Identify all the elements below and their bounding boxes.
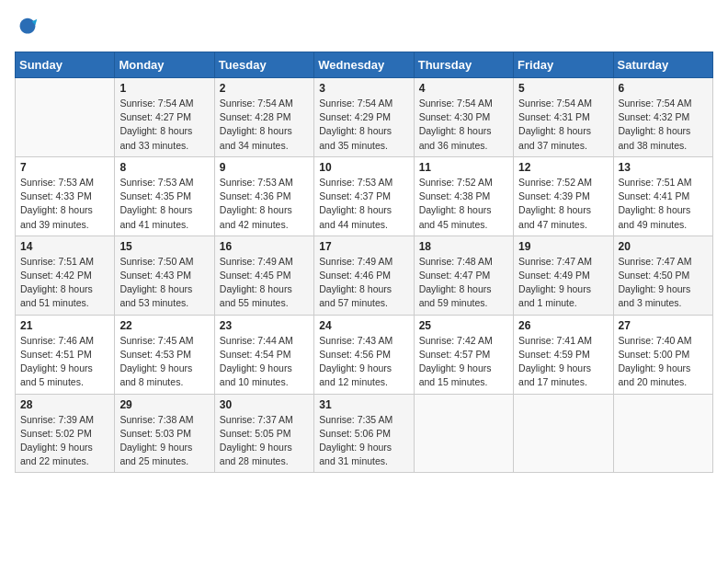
day-number: 1 <box>119 82 209 95</box>
calendar-cell <box>613 394 712 473</box>
day-number: 12 <box>518 161 608 174</box>
calendar-cell: 13Sunrise: 7:51 AM Sunset: 4:41 PM Dayli… <box>613 156 712 236</box>
day-info: Sunrise: 7:54 AM Sunset: 4:32 PM Dayligh… <box>619 97 708 153</box>
day-info: Sunrise: 7:54 AM Sunset: 4:30 PM Dayligh… <box>419 97 508 153</box>
day-info: Sunrise: 7:51 AM Sunset: 4:42 PM Dayligh… <box>20 255 109 311</box>
day-number: 16 <box>220 240 309 253</box>
day-number: 26 <box>518 319 608 332</box>
day-info: Sunrise: 7:48 AM Sunset: 4:47 PM Dayligh… <box>419 255 508 311</box>
day-number: 15 <box>119 240 209 253</box>
page-header <box>15 15 713 40</box>
calendar-cell: 18Sunrise: 7:48 AM Sunset: 4:47 PM Dayli… <box>414 236 513 315</box>
weekday-header: Thursday <box>414 52 513 78</box>
day-info: Sunrise: 7:47 AM Sunset: 4:49 PM Dayligh… <box>518 255 608 311</box>
calendar-cell: 7Sunrise: 7:53 AM Sunset: 4:33 PM Daylig… <box>16 156 115 236</box>
calendar-week-row: 1Sunrise: 7:54 AM Sunset: 4:27 PM Daylig… <box>16 78 713 157</box>
day-number: 24 <box>319 319 408 332</box>
day-number: 8 <box>119 161 209 174</box>
day-info: Sunrise: 7:47 AM Sunset: 4:50 PM Dayligh… <box>619 255 708 311</box>
day-number: 14 <box>20 240 109 253</box>
calendar-cell: 6Sunrise: 7:54 AM Sunset: 4:32 PM Daylig… <box>613 78 712 157</box>
day-number: 4 <box>419 82 508 95</box>
day-info: Sunrise: 7:52 AM Sunset: 4:38 PM Dayligh… <box>419 176 508 232</box>
day-number: 5 <box>518 82 608 95</box>
day-info: Sunrise: 7:53 AM Sunset: 4:35 PM Dayligh… <box>119 176 209 232</box>
calendar-cell: 15Sunrise: 7:50 AM Sunset: 4:43 PM Dayli… <box>115 236 214 315</box>
calendar-cell: 19Sunrise: 7:47 AM Sunset: 4:49 PM Dayli… <box>514 236 613 315</box>
calendar-cell: 27Sunrise: 7:40 AM Sunset: 5:00 PM Dayli… <box>613 315 712 394</box>
day-info: Sunrise: 7:46 AM Sunset: 4:51 PM Dayligh… <box>20 334 109 390</box>
day-number: 11 <box>419 161 508 174</box>
day-info: Sunrise: 7:37 AM Sunset: 5:05 PM Dayligh… <box>220 413 309 469</box>
day-number: 22 <box>119 319 209 332</box>
day-number: 9 <box>220 161 309 174</box>
day-info: Sunrise: 7:53 AM Sunset: 4:36 PM Dayligh… <box>220 176 309 232</box>
calendar-cell: 29Sunrise: 7:38 AM Sunset: 5:03 PM Dayli… <box>115 394 214 473</box>
day-number: 21 <box>20 319 109 332</box>
calendar-cell: 8Sunrise: 7:53 AM Sunset: 4:35 PM Daylig… <box>115 156 214 236</box>
calendar-cell: 9Sunrise: 7:53 AM Sunset: 4:36 PM Daylig… <box>214 156 313 236</box>
calendar-cell <box>514 394 613 473</box>
day-number: 25 <box>419 319 508 332</box>
day-info: Sunrise: 7:49 AM Sunset: 4:45 PM Dayligh… <box>220 255 309 311</box>
calendar-header: SundayMondayTuesdayWednesdayThursdayFrid… <box>16 52 713 78</box>
weekday-header: Saturday <box>613 52 712 78</box>
logo-icon <box>15 15 40 40</box>
weekday-header: Wednesday <box>314 52 414 78</box>
day-number: 29 <box>119 398 209 411</box>
day-number: 20 <box>619 240 708 253</box>
day-info: Sunrise: 7:54 AM Sunset: 4:28 PM Dayligh… <box>220 97 309 153</box>
calendar-cell: 11Sunrise: 7:52 AM Sunset: 4:38 PM Dayli… <box>414 156 513 236</box>
day-info: Sunrise: 7:50 AM Sunset: 4:43 PM Dayligh… <box>119 255 209 311</box>
day-info: Sunrise: 7:41 AM Sunset: 4:59 PM Dayligh… <box>518 334 608 390</box>
day-number: 6 <box>619 82 708 95</box>
day-number: 28 <box>20 398 109 411</box>
weekday-header: Tuesday <box>214 52 313 78</box>
calendar-cell: 2Sunrise: 7:54 AM Sunset: 4:28 PM Daylig… <box>214 78 313 157</box>
day-number: 27 <box>619 319 708 332</box>
day-number: 13 <box>619 161 708 174</box>
weekday-header: Sunday <box>16 52 115 78</box>
calendar-cell: 17Sunrise: 7:49 AM Sunset: 4:46 PM Dayli… <box>314 236 414 315</box>
day-number: 23 <box>220 319 309 332</box>
weekday-header: Friday <box>514 52 613 78</box>
calendar-cell: 23Sunrise: 7:44 AM Sunset: 4:54 PM Dayli… <box>214 315 313 394</box>
day-info: Sunrise: 7:53 AM Sunset: 4:37 PM Dayligh… <box>319 176 408 232</box>
calendar-table: SundayMondayTuesdayWednesdayThursdayFrid… <box>15 52 713 473</box>
day-info: Sunrise: 7:45 AM Sunset: 4:53 PM Dayligh… <box>119 334 209 390</box>
day-info: Sunrise: 7:38 AM Sunset: 5:03 PM Dayligh… <box>119 413 209 469</box>
day-number: 10 <box>319 161 408 174</box>
calendar-cell: 16Sunrise: 7:49 AM Sunset: 4:45 PM Dayli… <box>214 236 313 315</box>
calendar-cell: 21Sunrise: 7:46 AM Sunset: 4:51 PM Dayli… <box>16 315 115 394</box>
calendar-cell: 30Sunrise: 7:37 AM Sunset: 5:05 PM Dayli… <box>214 394 313 473</box>
calendar-cell: 10Sunrise: 7:53 AM Sunset: 4:37 PM Dayli… <box>314 156 414 236</box>
day-info: Sunrise: 7:39 AM Sunset: 5:02 PM Dayligh… <box>20 413 109 469</box>
calendar-week-row: 7Sunrise: 7:53 AM Sunset: 4:33 PM Daylig… <box>16 156 713 236</box>
day-info: Sunrise: 7:42 AM Sunset: 4:57 PM Dayligh… <box>419 334 508 390</box>
day-info: Sunrise: 7:51 AM Sunset: 4:41 PM Dayligh… <box>619 176 708 232</box>
calendar-cell <box>414 394 513 473</box>
calendar-week-row: 21Sunrise: 7:46 AM Sunset: 4:51 PM Dayli… <box>16 315 713 394</box>
calendar-cell: 25Sunrise: 7:42 AM Sunset: 4:57 PM Dayli… <box>414 315 513 394</box>
calendar-cell: 24Sunrise: 7:43 AM Sunset: 4:56 PM Dayli… <box>314 315 414 394</box>
calendar-cell: 31Sunrise: 7:35 AM Sunset: 5:06 PM Dayli… <box>314 394 414 473</box>
calendar-cell: 5Sunrise: 7:54 AM Sunset: 4:31 PM Daylig… <box>514 78 613 157</box>
calendar-week-row: 28Sunrise: 7:39 AM Sunset: 5:02 PM Dayli… <box>16 394 713 473</box>
day-number: 17 <box>319 240 408 253</box>
weekday-header: Monday <box>115 52 214 78</box>
calendar-body: 1Sunrise: 7:54 AM Sunset: 4:27 PM Daylig… <box>16 78 713 473</box>
day-info: Sunrise: 7:35 AM Sunset: 5:06 PM Dayligh… <box>319 413 408 469</box>
day-number: 18 <box>419 240 508 253</box>
day-info: Sunrise: 7:52 AM Sunset: 4:39 PM Dayligh… <box>518 176 608 232</box>
day-number: 2 <box>220 82 309 95</box>
calendar-cell: 28Sunrise: 7:39 AM Sunset: 5:02 PM Dayli… <box>16 394 115 473</box>
calendar-cell: 12Sunrise: 7:52 AM Sunset: 4:39 PM Dayli… <box>514 156 613 236</box>
day-info: Sunrise: 7:44 AM Sunset: 4:54 PM Dayligh… <box>220 334 309 390</box>
day-info: Sunrise: 7:49 AM Sunset: 4:46 PM Dayligh… <box>319 255 408 311</box>
day-number: 31 <box>319 398 408 411</box>
weekday-header-row: SundayMondayTuesdayWednesdayThursdayFrid… <box>16 52 713 78</box>
calendar-cell: 1Sunrise: 7:54 AM Sunset: 4:27 PM Daylig… <box>115 78 214 157</box>
logo <box>15 15 44 40</box>
calendar-cell: 20Sunrise: 7:47 AM Sunset: 4:50 PM Dayli… <box>613 236 712 315</box>
calendar-cell: 4Sunrise: 7:54 AM Sunset: 4:30 PM Daylig… <box>414 78 513 157</box>
